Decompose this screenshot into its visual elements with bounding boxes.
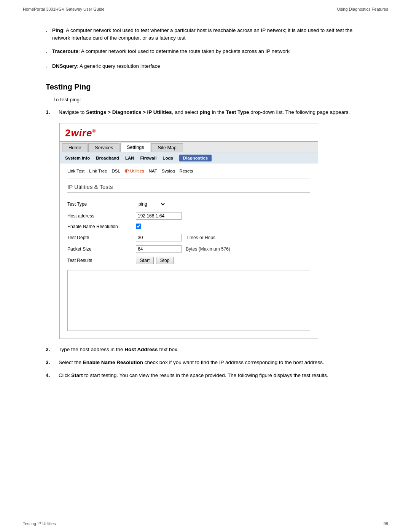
subsubnav-dsl[interactable]: DSL	[112, 169, 120, 173]
unit-test-depth: Times or Hops	[186, 235, 215, 240]
ui-screenshot: 2wire® Home Services Settings Site Map S…	[59, 123, 318, 339]
step-text: Navigate to Settings > Diagnostics > IP …	[59, 109, 365, 116]
bold-name-resolution: Enable Name Resolution	[83, 359, 143, 365]
panel-content: Link Test Link Tree DSL IP Utilities NAT…	[60, 163, 318, 339]
panel-title: IP Utilities & Tests	[67, 184, 310, 193]
bullet-dot: ·	[46, 26, 48, 36]
label-name-resolution: Enable Name Resolution	[67, 222, 136, 232]
subsubnav-resets[interactable]: Resets	[179, 169, 193, 173]
tab-services[interactable]: Services	[88, 143, 119, 152]
list-item: · DNSquery: A generic query resolution i…	[46, 62, 365, 72]
step-3: 3. Select the Enable Name Resolution che…	[46, 359, 365, 366]
label-test-depth: Test Depth	[67, 232, 136, 243]
step-text-4: Click Start to start testing. You can vi…	[59, 372, 365, 379]
page-header: HomePortal 3801HGV Gateway User Guide Us…	[0, 0, 411, 15]
remaining-steps: 2. Type the host address in the Host Add…	[46, 346, 365, 380]
label-test-results: Test Results	[67, 255, 136, 266]
bold-start: Start	[71, 372, 83, 378]
subnav-broadband[interactable]: Broadband	[96, 156, 119, 160]
field-packet-size: Bytes (Maximum 576)	[136, 243, 310, 255]
section-title: Testing Ping	[46, 83, 365, 91]
header-right: Using Diagnostics Features	[337, 7, 388, 11]
form-row-test-depth: Test Depth Times or Hops	[67, 232, 310, 243]
subnav-diagnostics[interactable]: Diagnostics	[179, 155, 212, 161]
page-footer: Testing IP Utilities 98	[0, 515, 411, 532]
nav-tabs-row: Home Services Settings Site Map	[60, 141, 318, 152]
subsubnav-link-tree[interactable]: Link Tree	[89, 169, 107, 173]
bullet-text: Ping: A computer network tool used to te…	[52, 27, 365, 42]
input-test-depth[interactable]	[136, 234, 182, 241]
bullet-dot: ·	[46, 47, 48, 57]
step-number-4: 4.	[46, 372, 56, 379]
bold-host-address: Host Address	[124, 347, 158, 352]
form-row-test-results: Test Results Start Stop	[67, 255, 310, 266]
path-bold: Settings > Diagnostics > IP Utilities	[86, 109, 172, 115]
panel-inner: IP Utilities & Tests Test Type ping trac…	[67, 179, 310, 331]
term-ping: Ping	[52, 27, 63, 33]
label-packet-size: Packet Size	[67, 243, 136, 255]
subsubnav-nat[interactable]: NAT	[149, 169, 157, 173]
footer-left: Testing IP Utilities	[23, 521, 56, 526]
stop-button[interactable]: Stop	[156, 257, 174, 264]
tab-home[interactable]: Home	[62, 143, 88, 152]
step-1: 1. Navigate to Settings > Diagnostics > …	[46, 109, 365, 116]
bullet-text: DNSquery: A generic query resolution int…	[52, 62, 365, 70]
select-test-type[interactable]: ping traceroute dnslookup	[136, 200, 166, 208]
subnav-lan[interactable]: LAN	[125, 156, 134, 160]
subsubnav-ip-utilities[interactable]: IP Utilities	[125, 169, 144, 173]
step-number: 1.	[46, 109, 56, 116]
subnav-system-info[interactable]: System Info	[65, 156, 90, 160]
tab-sitemap[interactable]: Site Map	[151, 143, 183, 152]
label-host: Host address	[67, 210, 136, 222]
logo-bar: 2wire®	[60, 123, 318, 141]
form-row-host: Host address	[67, 210, 310, 222]
term-dnsquery: DNSquery	[52, 63, 77, 69]
unit-packet-size: Bytes (Maximum 576)	[186, 246, 230, 252]
step-text-2: Type the host address in the Host Addres…	[59, 346, 365, 353]
step-number-2: 2.	[46, 346, 56, 353]
footer-right: 98	[384, 521, 388, 526]
field-host[interactable]	[136, 210, 310, 222]
bullet-list: · Ping: A computer network tool used to …	[46, 27, 365, 72]
subnav-firewall[interactable]: Firewall	[140, 156, 157, 160]
start-button[interactable]: Start	[136, 257, 154, 264]
list-item: · Traceroute: A computer network tool us…	[46, 48, 365, 57]
field-test-results: Start Stop	[136, 255, 310, 266]
bullet-dot: ·	[46, 62, 48, 72]
step-4: 4. Click Start to start testing. You can…	[46, 372, 365, 379]
subsubnav-syslog[interactable]: Syslog	[162, 169, 175, 173]
checkbox-name-resolution[interactable]	[136, 224, 141, 229]
label-test-type: Test Type	[67, 198, 136, 210]
sub-nav-row: System Info Broadband LAN Firewall Logs …	[60, 152, 318, 163]
list-item: · Ping: A computer network tool used to …	[46, 27, 365, 42]
field-name-resolution[interactable]	[136, 222, 310, 232]
intro-text: To test ping:	[53, 97, 365, 102]
step-number-3: 3.	[46, 359, 56, 366]
input-host-address[interactable]	[136, 212, 182, 220]
logo-2wire: 2wire®	[65, 127, 96, 139]
form-row-test-type: Test Type ping traceroute dnslookup	[67, 198, 310, 210]
test-type-label: Test Type	[226, 109, 249, 115]
results-area	[67, 270, 310, 331]
term-traceroute: Traceroute	[52, 48, 78, 54]
subsubnav: Link Test Link Tree DSL IP Utilities NAT…	[67, 169, 310, 173]
tab-settings[interactable]: Settings	[120, 143, 150, 152]
form-row-name-resolution: Enable Name Resolution	[67, 222, 310, 232]
form-row-packet-size: Packet Size Bytes (Maximum 576)	[67, 243, 310, 255]
step-text-3: Select the Enable Name Resolution check …	[59, 359, 365, 366]
subsubnav-link-test[interactable]: Link Test	[67, 169, 84, 173]
field-test-type[interactable]: ping traceroute dnslookup	[136, 198, 310, 210]
field-test-depth: Times or Hops	[136, 232, 310, 243]
page-content: · Ping: A computer network tool used to …	[0, 15, 411, 400]
ping-term: ping	[199, 109, 210, 115]
form-table: Test Type ping traceroute dnslookup Host…	[67, 198, 310, 266]
subnav-logs[interactable]: Logs	[162, 156, 173, 160]
input-packet-size[interactable]	[136, 245, 182, 253]
bullet-text: Traceroute: A computer network tool used…	[52, 48, 365, 55]
header-left: HomePortal 3801HGV Gateway User Guide	[23, 7, 105, 11]
step-2: 2. Type the host address in the Host Add…	[46, 346, 365, 353]
step-list: 1. Navigate to Settings > Diagnostics > …	[46, 109, 365, 116]
